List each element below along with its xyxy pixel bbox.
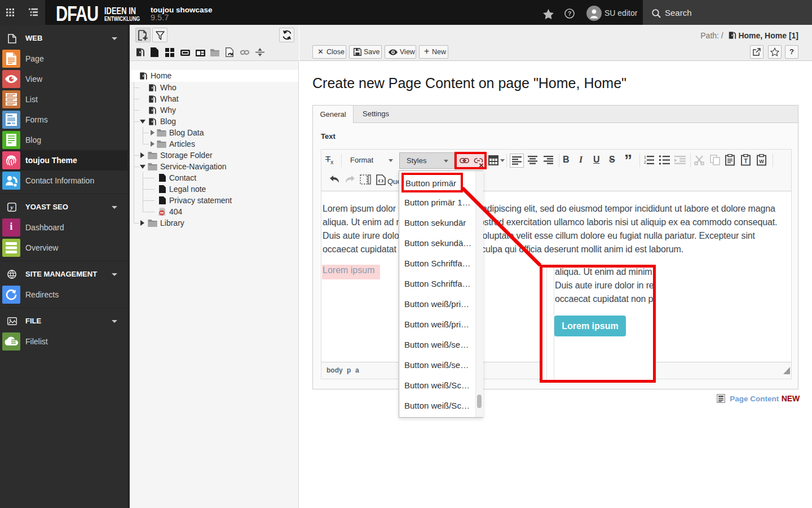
svg-text:2: 2: [644, 160, 646, 164]
svg-text:?: ?: [568, 10, 572, 17]
svg-text:y: y: [10, 204, 14, 211]
svg-text:T: T: [744, 158, 747, 164]
svg-text:1: 1: [644, 155, 646, 159]
svg-text:W: W: [759, 159, 764, 164]
